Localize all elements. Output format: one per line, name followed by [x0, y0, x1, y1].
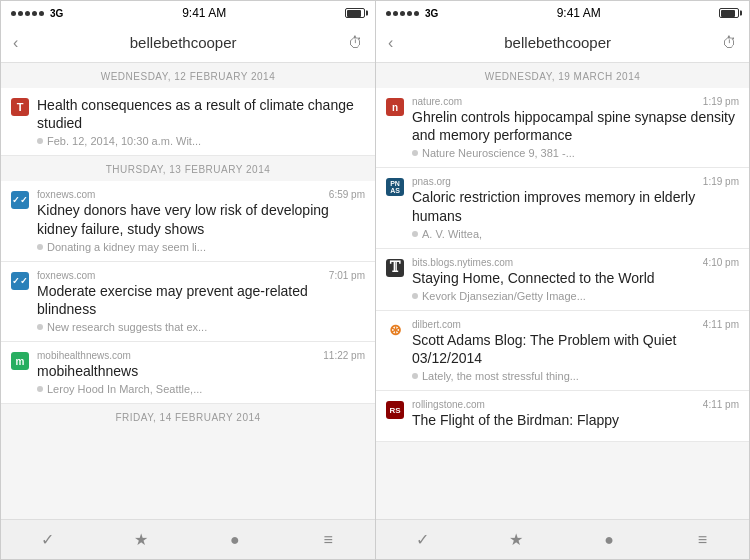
item-snippet: Donating a kidney may seem li... — [37, 241, 365, 253]
item-title: Staying Home, Connected to the World — [412, 269, 739, 287]
back-button[interactable]: ‹ — [388, 34, 393, 52]
date-separator-1: WEDNESDAY, 12 FEBRUARY 2014 — [1, 63, 375, 88]
snippet-text: Nature Neuroscience 9, 381 -... — [422, 147, 575, 159]
item-source: bits.blogs.nytimes.com — [412, 257, 513, 268]
snippet-dot — [37, 324, 43, 330]
item-source: nature.com — [412, 96, 462, 107]
item-source: dilbert.com — [412, 319, 461, 330]
item-snippet: Nature Neuroscience 9, 381 -... — [412, 147, 739, 159]
date-separator-1: WEDNESDAY, 19 MARCH 2014 — [376, 63, 749, 88]
snippet-dot — [412, 150, 418, 156]
nav-bar-right: ‹ bellebethcooper ⏱ — [376, 23, 749, 63]
phone-left: 3G 9:41 AM ‹ bellebethcooper ⏱ WEDNESDAY… — [0, 0, 375, 560]
battery-icon — [719, 8, 739, 18]
feed-left[interactable]: WEDNESDAY, 12 FEBRUARY 2014 T Health con… — [1, 63, 375, 519]
status-time: 9:41 AM — [557, 6, 601, 20]
dot-button[interactable]: ● — [220, 526, 250, 554]
item-title: mobihealthnews — [37, 362, 365, 380]
snippet-dot — [37, 244, 43, 250]
dot-4 — [407, 11, 412, 16]
snippet-dot — [412, 293, 418, 299]
dot-3 — [400, 11, 405, 16]
item-meta: dilbert.com 4:11 pm — [412, 319, 739, 330]
item-icon: ⊛ — [386, 321, 404, 339]
item-time: 11:22 pm — [323, 350, 365, 361]
item-content: Health consequences as a result of clima… — [37, 96, 365, 147]
feed-right[interactable]: WEDNESDAY, 19 MARCH 2014 n nature.com 1:… — [376, 63, 749, 519]
dot-1 — [386, 11, 391, 16]
item-time: 7:01 pm — [329, 270, 365, 281]
item-meta: foxnews.com 6:59 pm — [37, 189, 365, 200]
list-item[interactable]: ✓✓ foxnews.com 6:59 pm Kidney donors hav… — [1, 181, 375, 261]
item-snippet: New research suggests that ex... — [37, 321, 365, 333]
snippet-text: Lately, the most stressful thing... — [422, 370, 579, 382]
dot-3 — [25, 11, 30, 16]
item-time: 4:11 pm — [703, 399, 739, 410]
status-right — [719, 8, 739, 18]
snippet-dot — [412, 373, 418, 379]
battery-fill — [347, 10, 361, 17]
star-button[interactable]: ★ — [501, 526, 531, 554]
list-item[interactable]: ⊛ dilbert.com 4:11 pm Scott Adams Blog: … — [376, 311, 749, 391]
check-button[interactable]: ✓ — [33, 526, 63, 554]
list-item[interactable]: m mobihealthnews.com 11:22 pm mobihealth… — [1, 342, 375, 404]
item-content: nature.com 1:19 pm Ghrelin controls hipp… — [412, 96, 739, 159]
nav-bar-left: ‹ bellebethcooper ⏱ — [1, 23, 375, 63]
item-snippet: A. V. Wittea, — [412, 228, 739, 240]
item-meta: mobihealthnews.com 11:22 pm — [37, 350, 365, 361]
item-time: 4:11 pm — [703, 319, 739, 330]
snippet-text: Kevork Djansezian/Getty Image... — [422, 290, 586, 302]
status-time: 9:41 AM — [182, 6, 226, 20]
list-item[interactable]: 𝕋 bits.blogs.nytimes.com 4:10 pm Staying… — [376, 249, 749, 311]
menu-button[interactable]: ≡ — [687, 526, 717, 554]
snippet-text: Donating a kidney may seem li... — [47, 241, 206, 253]
item-snippet: Leroy Hood In March, Seattle,... — [37, 383, 365, 395]
dot-button[interactable]: ● — [594, 526, 624, 554]
dot-4 — [32, 11, 37, 16]
list-item[interactable]: T Health consequences as a result of cli… — [1, 88, 375, 156]
status-left: 3G — [386, 8, 438, 19]
menu-button[interactable]: ≡ — [313, 526, 343, 554]
item-source: mobihealthnews.com — [37, 350, 131, 361]
item-source: foxnews.com — [37, 270, 95, 281]
snippet-text: Feb. 12, 2014, 10:30 a.m. Wit... — [47, 135, 201, 147]
snippet-dot — [37, 386, 43, 392]
dot-5 — [414, 11, 419, 16]
list-item[interactable]: ✓✓ foxnews.com 7:01 pm Moderate exercise… — [1, 262, 375, 342]
list-item[interactable]: PNAS pnas.org 1:19 pm Caloric restrictio… — [376, 168, 749, 248]
network-type: 3G — [50, 8, 63, 19]
item-title: Moderate exercise may prevent age-relate… — [37, 282, 365, 318]
item-time: 4:10 pm — [703, 257, 739, 268]
check-button[interactable]: ✓ — [408, 526, 438, 554]
item-content: mobihealthnews.com 11:22 pm mobihealthne… — [37, 350, 365, 395]
item-icon: RS — [386, 401, 404, 419]
dot-2 — [18, 11, 23, 16]
list-item[interactable]: n nature.com 1:19 pm Ghrelin controls hi… — [376, 88, 749, 168]
item-title: The Flight of the Birdman: Flappy — [412, 411, 739, 429]
item-icon: PNAS — [386, 178, 404, 196]
battery-icon — [345, 8, 365, 18]
item-meta: bits.blogs.nytimes.com 4:10 pm — [412, 257, 739, 268]
item-content: foxnews.com 7:01 pm Moderate exercise ma… — [37, 270, 365, 333]
clock-button[interactable]: ⏱ — [348, 34, 363, 51]
back-button[interactable]: ‹ — [13, 34, 18, 52]
phone-right: 3G 9:41 AM ‹ bellebethcooper ⏱ WEDNESDAY… — [375, 0, 750, 560]
list-item[interactable]: RS rollingstone.com 4:11 pm The Flight o… — [376, 391, 749, 441]
toolbar-left: ✓ ★ ● ≡ — [1, 519, 375, 559]
nav-title: bellebethcooper — [504, 34, 611, 51]
battery-fill — [721, 10, 735, 17]
item-snippet: Feb. 12, 2014, 10:30 a.m. Wit... — [37, 135, 365, 147]
item-title: Kidney donors have very low risk of deve… — [37, 201, 365, 237]
star-button[interactable]: ★ — [126, 526, 156, 554]
item-icon: 𝕋 — [386, 259, 404, 277]
item-title: Scott Adams Blog: The Problem with Quiet… — [412, 331, 739, 367]
item-meta: nature.com 1:19 pm — [412, 96, 739, 107]
dot-1 — [11, 11, 16, 16]
item-time: 6:59 pm — [329, 189, 365, 200]
item-title: Ghrelin controls hippocampal spine synap… — [412, 108, 739, 144]
item-title: Caloric restriction improves memory in e… — [412, 188, 739, 224]
clock-button[interactable]: ⏱ — [722, 34, 737, 51]
item-time: 1:19 pm — [703, 176, 739, 187]
item-source: rollingstone.com — [412, 399, 485, 410]
item-meta: pnas.org 1:19 pm — [412, 176, 739, 187]
